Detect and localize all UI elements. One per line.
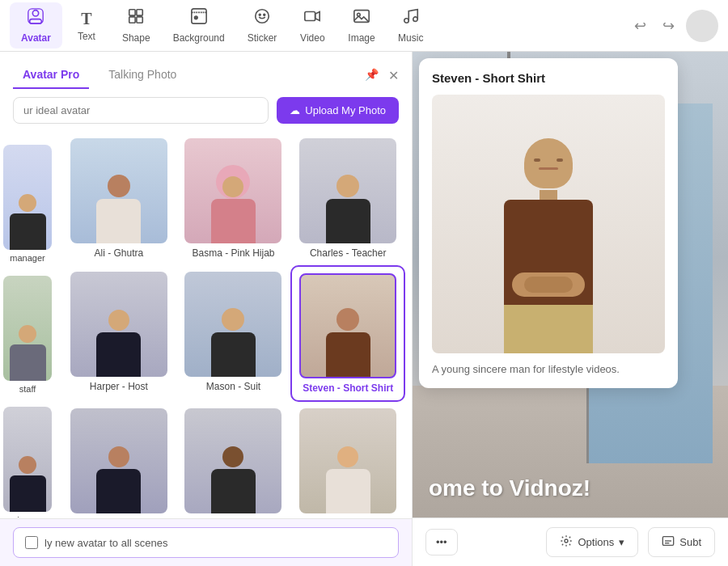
- canvas-welcome-text: ome to Vidnoz!: [429, 475, 590, 501]
- partial-name-manager: manager: [10, 253, 44, 263]
- toolbar-music[interactable]: Music: [387, 2, 435, 49]
- avatar-mason-name: Mason - Suit: [206, 381, 260, 392]
- svg-point-0: [33, 11, 39, 16]
- close-icon[interactable]: ✕: [388, 68, 399, 83]
- avatar-zion[interactable]: Zion - Suit Profile: [176, 402, 291, 518]
- redo-button[interactable]: ↪: [658, 12, 679, 40]
- avatar-detail-popup: Steven - Short Shirt: [419, 58, 678, 388]
- toolbar-shape[interactable]: Shape: [111, 2, 162, 49]
- text-icon: T: [81, 10, 91, 28]
- toolbar-text-label: Text: [78, 31, 95, 42]
- options-label: Options: [578, 536, 614, 548]
- avatar-charles-name: Charles - Teacher: [310, 247, 387, 259]
- svg-rect-3: [129, 10, 135, 15]
- avatar-harper-name: Harper - Host: [90, 381, 148, 392]
- popup-avatar-name: Steven - Short Shirt: [432, 71, 665, 85]
- svg-rect-5: [129, 17, 135, 23]
- partial-avatar-manager[interactable]: manager: [3, 138, 52, 269]
- options-button[interactable]: Options ▾: [546, 527, 638, 557]
- avatar-charles[interactable]: Charles - Teacher: [290, 132, 405, 265]
- svg-point-9: [256, 10, 269, 23]
- avatar-zion-name: Zion - Suit Profile: [196, 517, 270, 518]
- avatar-ali-name: Ali - Ghutra: [94, 247, 143, 259]
- partial-avatar-business[interactable]: iness: [3, 400, 52, 518]
- tab-avatar-pro[interactable]: Avatar Pro: [13, 61, 89, 89]
- panel-tabs: Avatar Pro Talking Photo: [13, 61, 196, 89]
- avatar-mason[interactable]: Mason - Suit: [176, 265, 291, 402]
- toolbar-text[interactable]: T Text: [62, 5, 111, 47]
- partial-name-staff: staff: [19, 384, 36, 394]
- search-input[interactable]: [13, 97, 269, 124]
- bottom-bar: ly new avatar to all scenes: [0, 518, 412, 566]
- panel-header-icons: 📌 ✕: [365, 68, 399, 83]
- subtitle-label: Subt: [679, 536, 701, 548]
- main-area: Avatar Pro Talking Photo 📌 ✕ ☁ Upload My…: [0, 52, 728, 566]
- main-toolbar: Avatar T Text Shape Background Sticker: [0, 0, 728, 52]
- popup-avatar-description: A young sincere man for lifestyle videos…: [432, 363, 665, 375]
- svg-point-17: [565, 539, 568, 543]
- toolbar-background[interactable]: Background: [162, 2, 236, 49]
- partial-avatar-column: manager staff: [0, 132, 55, 518]
- svg-point-8: [194, 16, 197, 19]
- pin-icon[interactable]: 📌: [365, 68, 379, 83]
- subtitle-icon: [662, 534, 675, 550]
- avatar-patrick-name: Patrick - Casual: [314, 517, 383, 518]
- options-icon: [560, 534, 573, 550]
- toolbar-video-label: Video: [300, 32, 324, 44]
- image-icon: [353, 7, 370, 30]
- background-icon: [190, 7, 208, 30]
- right-area: ome to Vidnoz! Steven - Short Shirt: [413, 52, 728, 566]
- avatar-grid: Ali - Ghutra Basma - Pink Hijab: [55, 132, 412, 518]
- toolbar-sticker-label: Sticker: [248, 32, 277, 44]
- avatar-basma-casual-name: Basma - Casual: [84, 517, 153, 518]
- shape-icon: [127, 7, 145, 30]
- tab-talking-photo[interactable]: Talking Photo: [99, 61, 186, 89]
- svg-rect-7: [191, 9, 205, 23]
- toolbar-image-label: Image: [348, 32, 375, 44]
- svg-point-10: [259, 14, 260, 15]
- avatar-basma-hijab[interactable]: Basma - Pink Hijab: [176, 132, 291, 265]
- search-row: ☁ Upload My Photo: [0, 89, 412, 132]
- svg-point-15: [404, 19, 408, 23]
- popup-avatar-image: [432, 95, 665, 353]
- left-panel: Avatar Pro Talking Photo 📌 ✕ ☁ Upload My…: [0, 52, 413, 566]
- undo-button[interactable]: ↩: [629, 12, 651, 40]
- apply-to-all-row[interactable]: ly new avatar to all scenes: [13, 527, 399, 558]
- svg-point-16: [413, 17, 417, 21]
- apply-checkbox[interactable]: [25, 536, 38, 549]
- avatar-patrick[interactable]: Patrick - Casual: [290, 402, 405, 518]
- avatar-icon: [27, 7, 44, 30]
- toolbar-shape-label: Shape: [122, 32, 150, 44]
- music-icon: [402, 7, 420, 30]
- toolbar-avatar[interactable]: Avatar: [10, 2, 62, 49]
- dots-icon: •••: [436, 536, 447, 548]
- canvas-toolbar: ••• Options ▾ Subt: [413, 517, 728, 566]
- svg-point-11: [264, 14, 265, 15]
- toolbar-sticker[interactable]: Sticker: [236, 2, 289, 49]
- upload-icon: ☁: [290, 104, 300, 116]
- avatar-harper[interactable]: Harper - Host: [61, 265, 176, 402]
- toolbar-background-label: Background: [173, 32, 225, 44]
- toolbar-image[interactable]: Image: [336, 2, 386, 49]
- svg-rect-6: [137, 17, 142, 23]
- panel-header: Avatar Pro Talking Photo 📌 ✕: [0, 52, 412, 89]
- user-avatar[interactable]: [686, 10, 718, 42]
- toolbar-video[interactable]: Video: [288, 2, 336, 49]
- toolbar-avatar-label: Avatar: [21, 32, 51, 44]
- avatar-basma-hijab-name: Basma - Pink Hijab: [192, 247, 274, 259]
- svg-rect-4: [137, 10, 142, 15]
- more-options-button[interactable]: •••: [425, 529, 458, 555]
- chevron-down-icon: ▾: [619, 536, 624, 548]
- partial-avatar-staff[interactable]: staff: [3, 269, 52, 400]
- svg-rect-12: [305, 12, 315, 21]
- toolbar-music-label: Music: [398, 32, 423, 44]
- avatar-basma-casual[interactable]: Basma - Casual: [61, 402, 176, 518]
- avatar-steven-name: Steven - Short Shirt: [303, 382, 393, 394]
- undo-redo-group: ↩ ↪: [629, 12, 679, 40]
- avatar-steven[interactable]: Steven - Short Shirt: [290, 265, 405, 402]
- upload-photo-button[interactable]: ☁ Upload My Photo: [277, 97, 399, 124]
- avatar-ali[interactable]: Ali - Ghutra: [61, 132, 176, 265]
- video-icon: [303, 7, 321, 30]
- subtitle-button[interactable]: Subt: [648, 527, 715, 557]
- sticker-icon: [253, 7, 271, 30]
